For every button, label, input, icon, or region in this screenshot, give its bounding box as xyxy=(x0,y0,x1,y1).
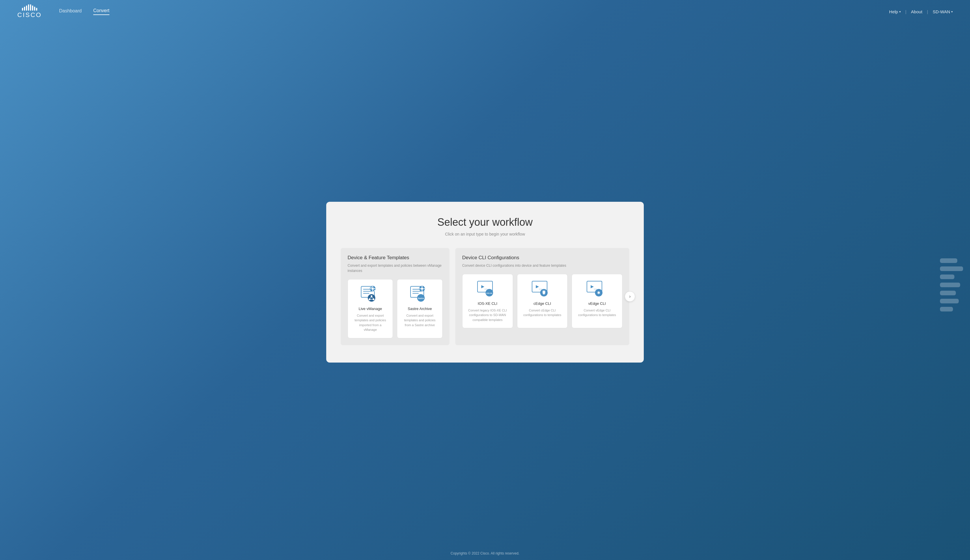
footer: Copyrights © 2022 Cisco. All rights rese… xyxy=(0,547,970,560)
header-right: Help ▾ | About | SD-WAN ▾ xyxy=(889,9,953,14)
ios-xe-cli-desc: Convert legacy IOS-XE CLI configurations… xyxy=(467,308,508,322)
main-content: Select your workflow Click on an input t… xyxy=(0,23,970,547)
header: CISCO Dashboard Convert Help ▾ | About |… xyxy=(0,0,970,23)
svg-point-13 xyxy=(371,295,372,297)
svg-text:✱: ✱ xyxy=(597,290,600,295)
side-decorations xyxy=(940,258,963,312)
help-label: Help xyxy=(889,9,898,14)
cedge-cli-desc: Convert cEdge CLI configurations to temp… xyxy=(522,308,563,318)
about-link[interactable]: About xyxy=(911,9,922,14)
sdwan-label: SD-WAN xyxy=(933,9,950,14)
section-title-templates: Device & Feature Templates xyxy=(348,255,443,261)
cisco-logo: CISCO xyxy=(17,4,42,19)
section-desc-cli: Convert device CLI configurations into d… xyxy=(462,263,622,268)
svg-rect-7 xyxy=(372,290,373,291)
svg-rect-9 xyxy=(374,288,375,289)
nav-item-convert[interactable]: Convert xyxy=(93,8,109,15)
live-vmanage-icon xyxy=(359,285,382,303)
ios-xe-cli-title: IOS-XE CLI xyxy=(478,302,497,306)
live-vmanage-desc: Convert and export templates and policie… xyxy=(352,313,388,332)
svg-rect-26 xyxy=(422,290,423,291)
vedge-cli-icon: ▶_ ✱ xyxy=(585,280,608,297)
sastre-archive-desc: Convert and export templates and policie… xyxy=(402,313,437,328)
main-nav: Dashboard Convert xyxy=(59,8,109,15)
svg-rect-6 xyxy=(372,286,373,287)
ios-xe-cli-option[interactable]: ▶_ IOS-XE IOS-XE CLI Convert legacy IOS-… xyxy=(462,274,513,328)
svg-point-24 xyxy=(421,288,423,290)
ios-xe-cli-icon: ▶_ IOS-XE xyxy=(476,280,499,297)
templates-cards: Live vManage Convert and export template… xyxy=(348,279,443,338)
vedge-cli-option[interactable]: ▶_ ✱ vEdge CLI Convert vEdge CLI configu… xyxy=(572,274,622,328)
svg-text:▶_: ▶_ xyxy=(536,283,542,289)
svg-rect-27 xyxy=(420,288,421,289)
svg-text:▶_: ▶_ xyxy=(591,283,597,289)
page-title: Select your workflow xyxy=(341,216,629,228)
divider-1: | xyxy=(905,9,907,14)
svg-point-5 xyxy=(372,288,374,290)
cisco-bars-icon xyxy=(22,4,37,11)
svg-rect-8 xyxy=(370,288,371,289)
cedge-cli-option[interactable]: ▶_ cEdge CLI Convert cEdge CLI configura… xyxy=(517,274,568,328)
sastre-archive-title: Sastre Archive xyxy=(408,307,432,311)
nav-item-dashboard[interactable]: Dashboard xyxy=(59,8,82,15)
workflow-card: Select your workflow Click on an input t… xyxy=(326,202,644,363)
svg-point-12 xyxy=(368,294,375,302)
cedge-cli-icon: ▶_ xyxy=(531,280,554,297)
svg-text:▶_: ▶_ xyxy=(481,283,488,289)
next-button[interactable]: › xyxy=(625,291,635,302)
svg-text:Sastre: Sastre xyxy=(418,297,424,299)
svg-rect-28 xyxy=(423,288,425,289)
cisco-wordmark: CISCO xyxy=(17,11,42,19)
vedge-cli-title: vEdge CLI xyxy=(588,302,606,306)
sastre-archive-option[interactable]: Sastre Sastre Archive Convert and export… xyxy=(397,279,442,338)
section-title-cli: Device CLI Configurations xyxy=(462,255,622,261)
section-desc-templates: Convert and export templates and policie… xyxy=(348,263,443,273)
sdwan-chevron-icon: ▾ xyxy=(951,10,953,13)
cli-cards: ▶_ IOS-XE IOS-XE CLI Convert legacy IOS-… xyxy=(462,274,622,328)
about-label: About xyxy=(911,9,922,14)
page-subtitle: Click on an input type to begin your wor… xyxy=(341,232,629,237)
live-vmanage-option[interactable]: Live vManage Convert and export template… xyxy=(348,279,393,338)
svg-text:IOS-XE: IOS-XE xyxy=(487,292,492,294)
sections-row: Device & Feature Templates Convert and e… xyxy=(341,248,629,345)
cedge-cli-title: cEdge CLI xyxy=(533,302,551,306)
vedge-cli-desc: Convert vEdge CLI configurations to temp… xyxy=(577,308,618,318)
live-vmanage-title: Live vManage xyxy=(358,307,382,311)
sdwan-menu[interactable]: SD-WAN ▾ xyxy=(933,9,953,14)
device-cli-configurations-section: Device CLI Configurations Convert device… xyxy=(455,248,629,345)
divider-2: | xyxy=(927,9,928,14)
help-menu[interactable]: Help ▾ xyxy=(889,9,901,14)
svg-rect-25 xyxy=(422,286,423,287)
footer-text: Copyrights © 2022 Cisco. All rights rese… xyxy=(451,551,519,555)
help-chevron-icon: ▾ xyxy=(899,10,901,13)
device-feature-templates-section: Device & Feature Templates Convert and e… xyxy=(341,248,450,345)
sastre-archive-icon: Sastre xyxy=(408,285,431,303)
